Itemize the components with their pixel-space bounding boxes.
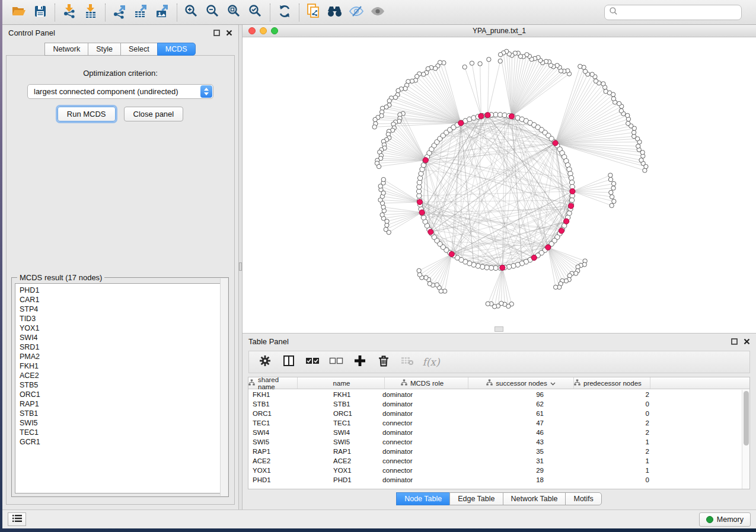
table-body[interactable]: FKH1 FKH1 dominator 96 2 STB1 STB1 domin…	[248, 390, 742, 489]
table-row[interactable]: TEC1 TEC1 connector 47 2	[248, 418, 742, 428]
column-header[interactable]: predecessor nodes	[574, 377, 650, 389]
cell-name[interactable]: STB1	[329, 399, 378, 409]
cell-name[interactable]: RAP1	[329, 447, 378, 456]
mcds-result-item[interactable]: TEC1	[20, 428, 225, 437]
birds-eye-button[interactable]	[324, 2, 346, 23]
export-image-button[interactable]	[152, 2, 173, 23]
zoom-selected-button[interactable]	[245, 2, 266, 23]
mcds-result-item[interactable]: PHD1	[20, 286, 225, 295]
mcds-result-item[interactable]: PMA2	[20, 352, 225, 361]
cell-shared-name[interactable]: FKH1	[248, 390, 329, 399]
float-table-panel-button[interactable]	[731, 338, 738, 345]
criterion-dropdown[interactable]: largest connected component (undirected)	[27, 84, 213, 99]
control-panel-tab[interactable]: Style	[88, 43, 121, 56]
control-panel-tab[interactable]: MCDS	[157, 43, 196, 56]
cell-mcds-role[interactable]: connector	[378, 437, 465, 447]
result-list-scrollbar[interactable]	[220, 278, 228, 496]
cell-name[interactable]: SWI4	[329, 428, 378, 437]
mcds-result-item[interactable]: RAP1	[20, 399, 225, 409]
table-row[interactable]: YOX1 YOX1 connector 29 1	[248, 466, 742, 475]
table-row[interactable]: ORC1 ORC1 dominator 61 0	[248, 409, 742, 418]
cell-shared-name[interactable]: RAP1	[248, 447, 329, 456]
table-row[interactable]: RAP1 RAP1 dominator 35 2	[248, 447, 742, 456]
cell-shared-name[interactable]: SWI4	[248, 428, 329, 437]
task-history-button[interactable]	[8, 512, 26, 526]
close-panel-button-mcds[interactable]: Close panel	[124, 107, 184, 121]
cell-predecessor-nodes[interactable]: 2	[549, 447, 655, 456]
table-row[interactable]: SWI5 SWI5 connector 43 1	[248, 437, 742, 447]
share-session-button[interactable]	[303, 2, 324, 23]
delete-column-button[interactable]	[375, 353, 393, 371]
table-scrollbar[interactable]	[742, 390, 749, 489]
cell-shared-name[interactable]: PHD1	[248, 475, 329, 485]
cell-mcds-role[interactable]: connector	[378, 466, 465, 475]
mcds-result-item[interactable]: STB1	[20, 409, 225, 418]
cell-mcds-role[interactable]: dominator	[378, 399, 465, 409]
cell-name[interactable]: ACE2	[329, 456, 378, 466]
cell-successor-nodes[interactable]: 29	[465, 466, 549, 475]
mcds-result-item[interactable]: SRD1	[20, 342, 225, 352]
network-splitter-grip[interactable]	[495, 326, 503, 332]
cell-shared-name[interactable]: YOX1	[248, 466, 329, 475]
cell-successor-nodes[interactable]: 47	[465, 418, 549, 428]
search-box[interactable]	[604, 5, 742, 20]
mcds-result-item[interactable]: YOX1	[20, 323, 225, 333]
cell-predecessor-nodes[interactable]: 2	[549, 428, 655, 437]
network-graph[interactable]	[243, 37, 756, 333]
export-table-button[interactable]	[130, 2, 152, 23]
cell-mcds-role[interactable]: connector	[378, 418, 465, 428]
cell-predecessor-nodes[interactable]: 0	[549, 475, 655, 485]
mcds-result-item[interactable]: GCR1	[20, 437, 225, 447]
cell-predecessor-nodes[interactable]: 1	[549, 456, 655, 466]
add-column-button[interactable]	[351, 353, 369, 371]
open-session-button[interactable]	[8, 2, 30, 23]
maximize-window-icon[interactable]	[271, 27, 278, 34]
cell-mcds-role[interactable]: dominator	[378, 409, 465, 418]
import-network-button[interactable]	[59, 2, 80, 23]
mcds-result-item[interactable]: ORC1	[20, 390, 225, 399]
mcds-result-item[interactable]: FKH1	[20, 361, 225, 371]
cell-shared-name[interactable]: ORC1	[248, 409, 329, 418]
search-input[interactable]	[621, 8, 737, 17]
mcds-result-item[interactable]: SWI4	[20, 333, 225, 342]
table-tab[interactable]: Network Table	[503, 492, 566, 505]
cell-successor-nodes[interactable]: 18	[465, 475, 549, 485]
cell-predecessor-nodes[interactable]: 2	[549, 418, 655, 428]
zoom-fit-button[interactable]	[224, 2, 245, 23]
float-panel-button[interactable]	[213, 30, 220, 36]
cell-predecessor-nodes[interactable]: 1	[549, 466, 655, 475]
zoom-in-button[interactable]	[181, 2, 202, 23]
cell-successor-nodes[interactable]: 31	[465, 456, 549, 466]
run-mcds-button[interactable]: Run MCDS	[58, 107, 116, 121]
sort-chevron-icon[interactable]	[550, 380, 556, 387]
cell-predecessor-nodes[interactable]: 2	[549, 390, 655, 399]
deselect-all-checkboxes-button[interactable]	[327, 353, 345, 371]
export-network-button[interactable]	[109, 2, 130, 23]
cell-successor-nodes[interactable]: 61	[465, 409, 549, 418]
cell-mcds-role[interactable]: connector	[378, 456, 465, 466]
network-window-titlebar[interactable]: YPA_prune.txt_1	[243, 25, 756, 37]
table-row[interactable]: SWI4 SWI4 dominator 46 2	[248, 428, 742, 437]
cell-shared-name[interactable]: ACE2	[248, 456, 329, 466]
close-window-icon[interactable]	[248, 27, 256, 34]
cell-name[interactable]: SWI5	[329, 437, 378, 447]
table-scrollbar-thumb[interactable]	[744, 391, 749, 446]
table-row[interactable]: ACE2 ACE2 connector 31 1	[248, 456, 742, 466]
mcds-result-item[interactable]: STB5	[20, 380, 225, 390]
save-session-button[interactable]	[30, 2, 51, 23]
mcds-result-item[interactable]: CAR1	[20, 295, 225, 305]
cell-shared-name[interactable]: STB1	[248, 399, 329, 409]
table-row[interactable]: PHD1 PHD1 dominator 18 0	[248, 475, 742, 485]
cell-mcds-role[interactable]: dominator	[378, 447, 465, 456]
table-tab[interactable]: Motifs	[565, 492, 601, 505]
mcds-result-item[interactable]: ACE2	[20, 371, 225, 380]
zoom-out-button[interactable]	[202, 2, 224, 23]
cell-successor-nodes[interactable]: 43	[465, 437, 549, 447]
table-tab[interactable]: Node Table	[396, 492, 450, 505]
cell-shared-name[interactable]: SWI5	[248, 437, 329, 447]
column-header[interactable]: MCDS role	[385, 377, 468, 389]
column-header[interactable]: name	[298, 377, 385, 389]
close-table-panel-button[interactable]	[744, 338, 750, 345]
table-row[interactable]: FKH1 FKH1 dominator 96 2	[248, 390, 742, 399]
cell-predecessor-nodes[interactable]: 1	[549, 437, 655, 447]
